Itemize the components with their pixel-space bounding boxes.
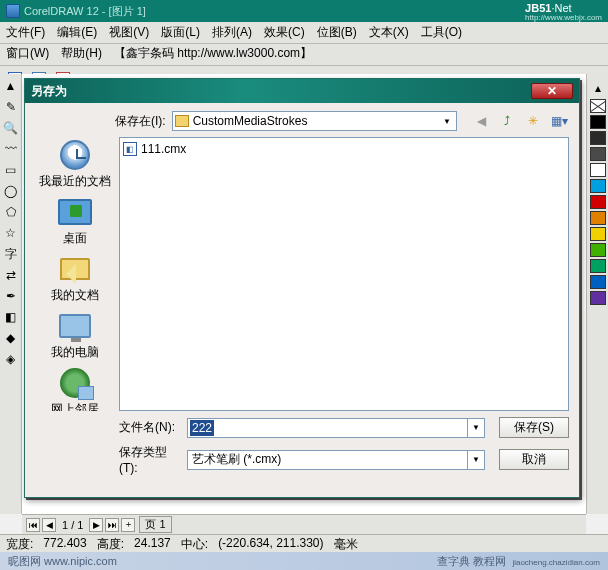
file-item[interactable]: ◧111.cmx xyxy=(123,141,565,157)
app-title-bar: CorelDRAW 12 - [图片 1] JB51·Net http://ww… xyxy=(0,0,608,22)
color-swatch-10[interactable] xyxy=(590,275,606,289)
color-swatch-5[interactable] xyxy=(590,195,606,209)
color-swatch-3[interactable] xyxy=(590,163,606,177)
chevron-down-icon[interactable]: ▼ xyxy=(467,451,484,469)
color-swatch-8[interactable] xyxy=(590,243,606,257)
place-label: 桌面 xyxy=(58,230,92,247)
footer-right: 查字典 教程网 xyxy=(437,555,506,567)
menu-item-1[interactable]: 编辑(E) xyxy=(57,24,97,41)
rect-tool[interactable]: ▭ xyxy=(1,160,21,180)
color-swatch-11[interactable] xyxy=(590,291,606,305)
menu-item-4[interactable]: 排列(A) xyxy=(212,24,252,41)
menu-item-0[interactable]: 文件(F) xyxy=(6,24,45,41)
save-in-combo[interactable]: CustomMediaStrokes ▼ xyxy=(172,111,457,131)
filetype-value: 艺术笔刷 (*.cmx) xyxy=(188,451,467,468)
polygon-tool[interactable]: ⬠ xyxy=(1,202,21,222)
menu-item-5[interactable]: 效果(C) xyxy=(264,24,305,41)
nav-back-button[interactable]: ◀ xyxy=(471,111,491,131)
save-as-dialog: 另存为 ✕ 保存在(I): CustomMediaStrokes ▼ ◀ ⤴ ✳… xyxy=(24,78,580,498)
pick-tool[interactable]: ▲ xyxy=(1,76,21,96)
page-prev[interactable]: ◀ xyxy=(42,518,56,532)
page-next[interactable]: ▶ xyxy=(89,518,103,532)
recent-icon xyxy=(60,140,90,170)
menu-item-2[interactable]: 视图(V) xyxy=(109,24,149,41)
folder-icon xyxy=(175,115,189,127)
save-button[interactable]: 保存(S) xyxy=(499,417,569,438)
status-width-label: 宽度: xyxy=(6,536,33,551)
status-width-val: 772.403 xyxy=(43,536,86,551)
eyedropper-tool[interactable]: ✒ xyxy=(1,286,21,306)
nav-views-button[interactable]: ▦▾ xyxy=(549,111,569,131)
no-color-swatch[interactable] xyxy=(590,99,606,113)
zoom-tool[interactable]: 🔍 xyxy=(1,118,21,138)
save-in-label: 保存在(I): xyxy=(115,113,166,130)
status-center-val: (-220.634, 211.330) xyxy=(218,536,323,551)
status-height-val: 24.137 xyxy=(134,536,171,551)
app-icon xyxy=(6,4,20,18)
menu-bar-row2: 窗口(W) 帮助(H) 【鑫宇条码 http://www.lw3000.com】 xyxy=(0,44,608,66)
color-swatch-4[interactable] xyxy=(590,179,606,193)
status-unit: 毫米 xyxy=(334,536,358,551)
place-label: 网上邻居 xyxy=(51,401,99,411)
places-bar: 我最近的文档桌面我的文档我的电脑网上邻居 xyxy=(35,137,115,411)
blend-tool[interactable]: ⇄ xyxy=(1,265,21,285)
dialog-close-button[interactable]: ✕ xyxy=(531,83,573,99)
place-recent[interactable]: 我最近的文档 xyxy=(39,137,111,192)
shape-tool[interactable]: ✎ xyxy=(1,97,21,117)
menu-item-3[interactable]: 版面(L) xyxy=(161,24,200,41)
status-center-label: 中心: xyxy=(181,536,208,551)
save-in-folder-name: CustomMediaStrokes xyxy=(193,114,440,128)
left-toolbox: ▲ ✎ 🔍 〰 ▭ ◯ ⬠ ☆ 字 ⇄ ✒ ◧ ◆ ◈ xyxy=(0,74,22,514)
page-navigator: ⏮ ◀ 1 / 1 ▶ ⏭ ＋ 页 1 xyxy=(22,514,586,534)
page-first[interactable]: ⏮ xyxy=(26,518,40,532)
page-tab[interactable]: 页 1 xyxy=(139,516,171,533)
filename-combo[interactable]: 222 ▼ xyxy=(187,418,485,438)
text-tool[interactable]: 字 xyxy=(1,244,21,264)
outline-tool[interactable]: ◧ xyxy=(1,307,21,327)
color-swatch-9[interactable] xyxy=(590,259,606,273)
page-indicator: 1 / 1 xyxy=(58,519,87,531)
place-net[interactable]: 网上邻居 xyxy=(51,365,99,411)
freehand-tool[interactable]: 〰 xyxy=(1,139,21,159)
color-swatch-6[interactable] xyxy=(590,211,606,225)
app-title-text: CorelDRAW 12 - [图片 1] xyxy=(24,4,602,19)
place-label: 我最近的文档 xyxy=(39,173,111,190)
chevron-down-icon[interactable]: ▼ xyxy=(467,419,484,437)
footer-left: 昵图网 www.nipic.com xyxy=(8,554,117,569)
cancel-button[interactable]: 取消 xyxy=(499,449,569,470)
jb51-watermark: JB51·Net http://www.webjx.com xyxy=(525,2,602,21)
chevron-down-icon[interactable]: ▼ xyxy=(440,117,454,126)
filetype-combo[interactable]: 艺术笔刷 (*.cmx) ▼ xyxy=(187,450,485,470)
color-swatch-2[interactable] xyxy=(590,147,606,161)
basic-shape-tool[interactable]: ☆ xyxy=(1,223,21,243)
page-add[interactable]: ＋ xyxy=(121,518,135,532)
nav-newfolder-button[interactable]: ✳ xyxy=(523,111,543,131)
nav-up-button[interactable]: ⤴ xyxy=(497,111,517,131)
place-desktop[interactable]: 桌面 xyxy=(58,194,92,249)
menu-bar: 文件(F)编辑(E)视图(V)版面(L)排列(A)效果(C)位图(B)文本(X)… xyxy=(0,22,608,44)
menu-help[interactable]: 帮助(H) xyxy=(61,45,102,62)
dialog-titlebar[interactable]: 另存为 ✕ xyxy=(25,79,579,103)
menu-item-7[interactable]: 文本(X) xyxy=(369,24,409,41)
fill-tool[interactable]: ◆ xyxy=(1,328,21,348)
color-swatch-0[interactable] xyxy=(590,115,606,129)
menu-window[interactable]: 窗口(W) xyxy=(6,45,49,62)
menu-item-6[interactable]: 位图(B) xyxy=(317,24,357,41)
menu-item-8[interactable]: 工具(O) xyxy=(421,24,462,41)
place-pc[interactable]: 我的电脑 xyxy=(51,308,99,363)
ellipse-tool[interactable]: ◯ xyxy=(1,181,21,201)
dialog-title-text: 另存为 xyxy=(31,83,67,100)
net-icon xyxy=(60,368,90,398)
filename-value[interactable]: 222 xyxy=(190,420,214,436)
file-list[interactable]: ◧111.cmx xyxy=(119,137,569,411)
color-swatch-1[interactable] xyxy=(590,131,606,145)
filetype-label: 保存类型(T): xyxy=(119,444,179,475)
interactive-fill-tool[interactable]: ◈ xyxy=(1,349,21,369)
palette-up[interactable]: ▴ xyxy=(588,78,608,98)
file-name: 111.cmx xyxy=(141,142,186,156)
place-docs[interactable]: 我的文档 xyxy=(51,251,99,306)
footer-watermark: 昵图网 www.nipic.com 查字典 教程网 jiaocheng.chaz… xyxy=(0,552,608,570)
color-swatch-7[interactable] xyxy=(590,227,606,241)
page-last[interactable]: ⏭ xyxy=(105,518,119,532)
place-label: 我的文档 xyxy=(51,287,99,304)
